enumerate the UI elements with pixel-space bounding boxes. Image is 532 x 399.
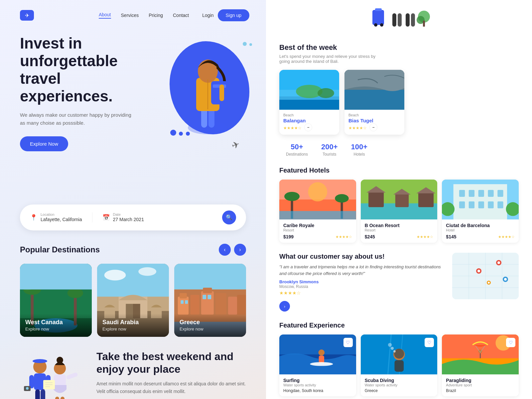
svg-point-22 <box>138 267 156 276</box>
beach-bias-tugel[interactable]: Beach Bias Tugel ★★★★☆ − <box>344 70 404 135</box>
svg-rect-34 <box>201 291 214 315</box>
ciutatbcn-stars: ★★★★☆ <box>498 235 515 239</box>
stat-tourists-label: Tourists <box>321 152 338 157</box>
saudi-arabia-explore: Explore now <box>102 327 164 332</box>
svg-rect-101 <box>498 190 503 197</box>
ciutatbcn-price-row: $145 ★★★★☆ <box>446 234 515 239</box>
destination-nav-arrows: ‹ › <box>219 244 246 256</box>
svg-point-79 <box>318 88 334 98</box>
nav-about[interactable]: About <box>99 12 111 19</box>
svg-point-84 <box>308 182 328 201</box>
scuba-heart-btn[interactable]: ♡ <box>425 338 434 347</box>
svg-rect-94 <box>418 193 434 207</box>
hotel-ciutatbcn[interactable]: Ciutat de Barcelona Hotel $145 ★★★★☆ <box>442 180 519 243</box>
bottom-section: Take the best weekend and enjoy your pla… <box>0 337 266 399</box>
svg-point-88 <box>335 194 349 202</box>
surfing-type: Water sports activity <box>283 383 352 387</box>
balangan-fav-btn[interactable]: − <box>304 123 312 131</box>
balangan-rating-row: ★★★★☆ − <box>283 123 335 131</box>
section-title: Popular Destinations <box>20 245 100 254</box>
svg-rect-29 <box>174 264 246 290</box>
paragliding-heart-btn[interactable]: ♡ <box>506 338 515 347</box>
balangan-stars: ★★★★☆ <box>283 126 302 130</box>
svg-point-0 <box>188 121 228 134</box>
svg-point-132 <box>394 349 404 359</box>
bocean-price-row: $245 ★★★★☆ <box>365 234 434 239</box>
svg-rect-31 <box>178 297 189 315</box>
scuba-type: Water sports activity <box>365 383 434 387</box>
caribe-name: Caribe Royale <box>283 223 352 228</box>
destination-saudi-arabia[interactable]: Saudi Arabia Explore now <box>97 264 169 337</box>
stat-destinations-label: Destinations <box>286 152 308 157</box>
svg-rect-98 <box>469 190 474 197</box>
login-button[interactable]: Login <box>202 13 213 18</box>
bocean-type: Resort <box>365 228 434 232</box>
destination-west-canada[interactable]: West Canada Explore now <box>20 264 92 337</box>
illustration <box>20 350 86 399</box>
next-arrow[interactable]: › <box>234 244 246 256</box>
exp-paragliding[interactable]: ♡ Paragliding Adventure sport Brazil <box>442 334 519 396</box>
location-label: Location <box>41 212 82 216</box>
search-button[interactable]: 🔍 <box>222 210 236 224</box>
nav-services[interactable]: Services <box>121 13 139 18</box>
beach-balangan[interactable]: Beach Balangan ★★★★☆ − <box>279 70 339 135</box>
svg-point-16 <box>67 288 83 298</box>
svg-rect-37 <box>228 297 237 315</box>
hotel-caribe[interactable]: Caribe Royale Resort $199 ★★★★☆ <box>279 180 356 243</box>
reviewer-location: Moscow, Russia <box>279 284 446 289</box>
hotels-grid: Caribe Royale Resort $199 ★★★★☆ <box>279 180 519 243</box>
nav-pricing[interactable]: Pricing <box>149 13 163 18</box>
svg-rect-46 <box>36 359 44 362</box>
destination-greece[interactable]: Greece Explore now <box>174 264 246 337</box>
svg-rect-133 <box>394 360 404 372</box>
svg-rect-81 <box>344 90 404 110</box>
explore-now-button[interactable]: Explore Now <box>20 136 68 151</box>
stat-hotels-label: Hotels <box>351 152 368 157</box>
exp-surfing[interactable]: ♡ Surfing Water sports activity Hongdae,… <box>279 334 356 396</box>
svg-rect-68 <box>392 13 396 27</box>
svg-rect-70 <box>406 13 410 27</box>
exp-title: Featured Experience <box>279 322 519 329</box>
paragliding-name: Paragliding <box>446 378 515 383</box>
caribe-image <box>279 180 356 219</box>
paragliding-location: Brazil <box>446 388 515 393</box>
hotel-bocean[interactable]: B Ocean Resort Resort $245 ★★★★☆ <box>361 180 438 243</box>
bottom-headline: Take the best weekend and enjoy your pla… <box>96 350 246 376</box>
svg-rect-102 <box>459 201 465 208</box>
hero-dots <box>170 129 191 138</box>
bottom-description: Amet minim mollit non deserunt ullamco e… <box>96 380 246 395</box>
west-canada-explore: Explore now <box>25 327 86 332</box>
bocean-info: B Ocean Resort Resort $245 ★★★★☆ <box>361 219 438 243</box>
signup-button[interactable]: Sign up <box>218 9 249 21</box>
exp-grid: ♡ Surfing Water sports activity Hongdae,… <box>279 334 519 396</box>
review-stars: ★★★★☆ <box>279 290 446 296</box>
map-svg <box>452 253 519 299</box>
svg-rect-40 <box>185 300 188 304</box>
svg-rect-65 <box>375 8 382 11</box>
surfing-heart-btn[interactable]: ♡ <box>343 338 353 347</box>
caribe-info: Caribe Royale Resort $199 ★★★★☆ <box>279 219 356 243</box>
west-canada-name: West Canada <box>25 319 86 326</box>
svg-rect-93 <box>395 194 408 207</box>
svg-rect-35 <box>203 288 212 293</box>
date-field[interactable]: 📅 Date 27 March 2021 <box>102 212 144 222</box>
svg-point-86 <box>284 192 300 201</box>
stat-hotels-number: 100+ <box>351 143 368 151</box>
ciutatbcn-name: Ciutat de Barcelona <box>446 223 515 228</box>
bias-tugel-fav-btn[interactable]: − <box>369 123 377 131</box>
prev-arrow[interactable]: ‹ <box>219 244 231 256</box>
location-field[interactable]: 📍 Location Lafayette, California <box>30 212 82 222</box>
nav-contact[interactable]: Contact <box>173 13 189 18</box>
svg-rect-105 <box>488 201 494 208</box>
svg-point-53 <box>26 387 29 390</box>
hotels-title: Featured Hotels <box>279 167 519 174</box>
stat-destinations: 50+ Destinations <box>286 143 308 157</box>
balangan-image <box>279 70 339 110</box>
hero-dots-2 <box>242 41 253 48</box>
location-content: Location Lafayette, California <box>41 212 82 222</box>
exp-scuba[interactable]: ♡ Scuba Diving Water sports activity Gre… <box>361 334 438 396</box>
svg-rect-99 <box>478 190 484 197</box>
svg-rect-57 <box>55 397 59 399</box>
bias-tugel-type: Beach <box>348 113 400 117</box>
review-next-button[interactable]: › <box>279 301 290 312</box>
